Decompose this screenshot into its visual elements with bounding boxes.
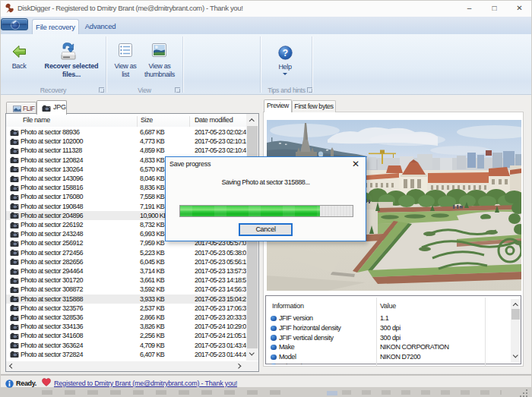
svg-text:?: ?	[283, 48, 288, 58]
